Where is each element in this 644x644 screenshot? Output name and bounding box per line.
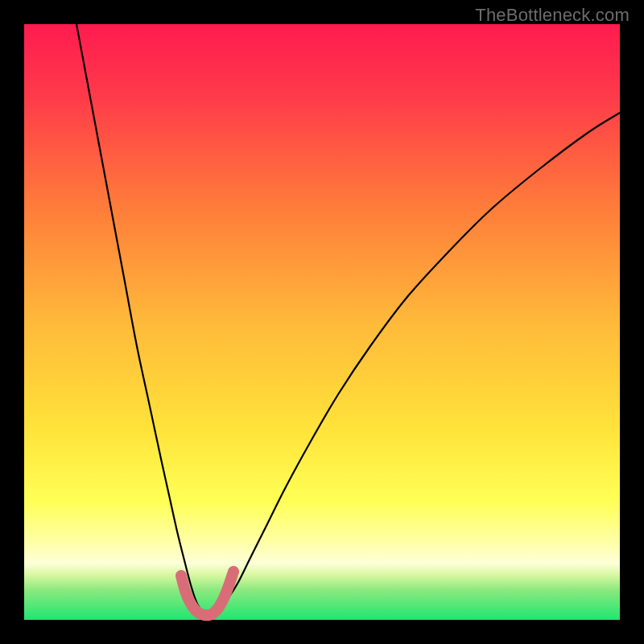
bottleneck-curve [76,24,620,616]
chart-svg [24,24,620,620]
curve-path [76,24,620,616]
watermark-text: TheBottleneck.com [475,5,630,26]
